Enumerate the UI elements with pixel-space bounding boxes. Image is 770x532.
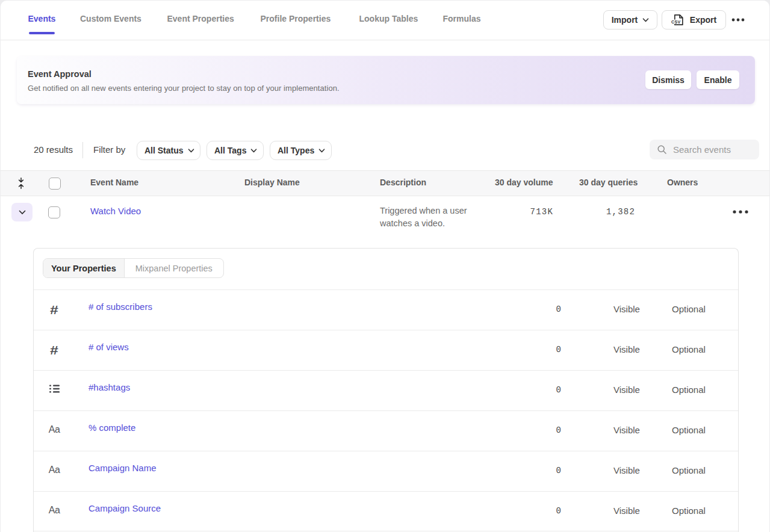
svg-text:CSV: CSV xyxy=(671,20,681,24)
